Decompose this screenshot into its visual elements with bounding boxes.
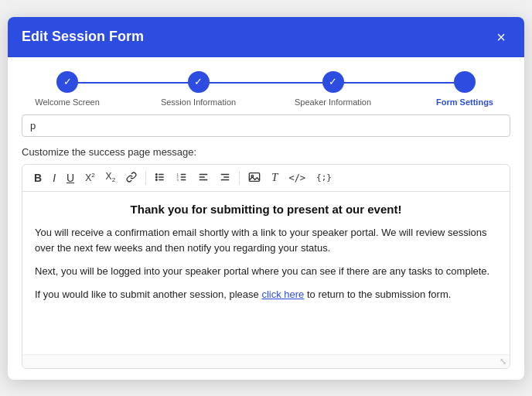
step-circle-4 — [454, 71, 476, 93]
toolbar-align-right[interactable] — [216, 170, 234, 186]
step-speaker-info: ✓ Speaker Information — [295, 71, 371, 107]
step-label-2: Session Information — [161, 97, 236, 107]
toolbar-image[interactable] — [244, 170, 264, 186]
step-welcome-screen: ✓ Welcome Screen — [32, 71, 102, 107]
toolbar-bullet-list[interactable] — [151, 170, 169, 186]
toolbar-code-block[interactable]: {;} — [312, 172, 336, 183]
toolbar-sep-1 — [145, 171, 146, 185]
toolbar-ordered-list[interactable]: 123 — [172, 170, 191, 186]
step-circle-1: ✓ — [56, 71, 78, 93]
modal-header: Edit Session Form × — [8, 17, 524, 57]
svg-point-5 — [156, 179, 158, 180]
editor-resize-handle: ⤡ — [22, 354, 510, 368]
success-heading: Thank you for submitting to present at o… — [35, 203, 497, 216]
edit-session-modal: Edit Session Form × ✓ Welcome Screen ✓ S… — [8, 17, 524, 380]
toolbar-italic[interactable]: I — [49, 171, 60, 185]
toolbar-align-left[interactable] — [194, 170, 213, 186]
close-button[interactable]: × — [492, 28, 510, 46]
svg-rect-18 — [249, 172, 259, 181]
step-label-1: Welcome Screen — [35, 97, 100, 107]
stepper: ✓ Welcome Screen ✓ Session Information ✓… — [8, 57, 524, 114]
redirect-field — [22, 114, 510, 137]
svg-point-4 — [156, 176, 158, 178]
step-label-3: Speaker Information — [295, 97, 371, 107]
step-session-info: ✓ Session Information — [161, 71, 236, 107]
editor-content[interactable]: Thank you for submitting to present at o… — [22, 192, 510, 354]
step-form-settings: Form Settings — [430, 71, 500, 107]
success-message-editor: B I U X2 X2 123 — [22, 164, 510, 369]
modal-title: Edit Session Form — [22, 29, 144, 45]
para3-post: to return to the submission form. — [304, 288, 451, 300]
toolbar-link[interactable] — [122, 170, 141, 186]
svg-text:3: 3 — [177, 177, 179, 181]
step-label-4: Form Settings — [436, 97, 493, 107]
success-label: Customize the success page message: — [22, 146, 510, 158]
resize-icon: ⤡ — [500, 357, 506, 367]
success-para2: Next, you will be logged into your speak… — [35, 264, 497, 279]
toolbar-sep-2 — [239, 171, 240, 185]
success-para3: If you would like to submit another sess… — [35, 287, 497, 302]
modal-body: Customize the success page message: B I … — [8, 114, 524, 380]
toolbar-bold[interactable]: B — [30, 171, 46, 185]
toolbar-superscript[interactable]: X2 — [81, 171, 98, 184]
para3-pre: If you would like to submit another sess… — [35, 288, 261, 300]
stepper-track — [63, 82, 469, 84]
editor-toolbar: B I U X2 X2 123 — [22, 165, 510, 192]
toolbar-italic-t[interactable]: T — [268, 170, 281, 185]
step-circle-3: ✓ — [322, 71, 344, 93]
redirect-input[interactable] — [22, 114, 510, 137]
click-here-link[interactable]: click here — [261, 288, 304, 300]
toolbar-inline-code[interactable]: </> — [285, 172, 309, 184]
toolbar-subscript[interactable]: X2 — [102, 170, 119, 185]
toolbar-underline[interactable]: U — [63, 171, 78, 185]
svg-point-3 — [156, 173, 158, 175]
success-para1: You will receive a confirmation email sh… — [35, 225, 497, 256]
step-circle-2: ✓ — [188, 71, 210, 93]
